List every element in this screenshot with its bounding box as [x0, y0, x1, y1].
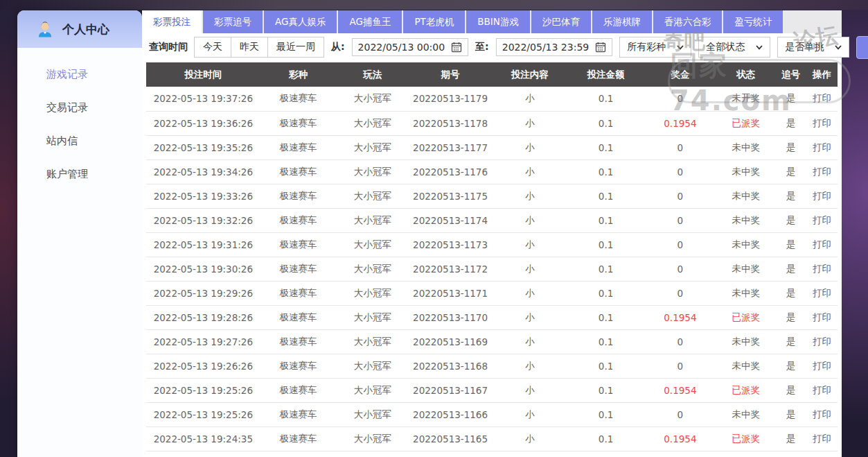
table-row: 2022-05-13 19:32:26 极速赛车 大小冠军 20220513-1…: [146, 208, 838, 232]
print-link[interactable]: 打印: [806, 87, 838, 111]
print-link[interactable]: 打印: [806, 402, 838, 426]
print-link[interactable]: 打印: [806, 159, 838, 184]
tab-label: 香港六合彩: [664, 16, 711, 28]
cell-bet-time: 2022-05-13 19:33:26: [146, 184, 260, 208]
to-date-value: 2022/05/13 23:59: [502, 42, 590, 53]
category-tab[interactable]: BBIN游戏: [466, 10, 530, 33]
category-tab[interactable]: 乐游棋牌: [592, 10, 652, 33]
print-link[interactable]: 打印: [806, 232, 838, 257]
sidebar-header: 个人中心: [17, 10, 142, 48]
cell-amount: 0.1: [568, 208, 644, 232]
print-link[interactable]: 打印: [806, 208, 838, 232]
cell-prize: 0: [644, 184, 716, 208]
print-link[interactable]: 打印: [806, 111, 838, 135]
to-date-input[interactable]: 2022/05/13 23:59: [496, 38, 613, 56]
print-link[interactable]: 打印: [806, 378, 838, 402]
tab-label: 乐游棋牌: [603, 16, 641, 28]
calendar-icon[interactable]: [451, 42, 462, 53]
table-header-cell: 奖金: [644, 62, 716, 87]
cell-amount: 0.1: [568, 305, 644, 329]
cell-chase: 是: [775, 159, 806, 184]
print-link[interactable]: 打印: [806, 257, 838, 281]
table-header-cell: 投注时间: [146, 62, 260, 87]
cell-chase: 是: [775, 87, 806, 111]
cell-bet-time: 2022-05-13 19:25:26: [146, 378, 260, 402]
table-header-cell: 投注金额: [568, 62, 644, 87]
cell-chase: 是: [775, 354, 806, 378]
cell-content: 小: [492, 329, 568, 354]
sidebar-item[interactable]: 游戏记录: [17, 58, 142, 91]
quick-range-button[interactable]: 最近一周: [267, 37, 324, 58]
cell-issue: 20220513-1175: [409, 184, 492, 208]
sidebar-title: 个人中心: [62, 21, 109, 37]
print-link[interactable]: 打印: [806, 305, 838, 329]
cell-status: 未中奖: [716, 281, 775, 305]
table-row: 2022-05-13 19:37:26 极速赛车 大小冠军 20220513-1…: [146, 87, 838, 111]
category-tab[interactable]: 沙巴体育: [531, 10, 591, 33]
cell-bet-time: 2022-05-13 19:25:26: [146, 402, 260, 426]
category-tab[interactable]: 彩票追号: [203, 10, 263, 33]
category-tab[interactable]: 彩票投注: [142, 10, 202, 33]
cell-lottery: 极速赛车: [260, 378, 337, 402]
tab-label: AG捕鱼王: [349, 16, 391, 28]
cell-lottery: 极速赛车: [260, 184, 337, 208]
sidebar-item-label: 游戏记录: [46, 68, 88, 81]
search-button[interactable]: 立即查询: [856, 36, 868, 59]
chevron-down-icon: [756, 45, 763, 50]
cell-content: 小: [492, 208, 568, 232]
cell-issue: 20220513-1176: [409, 159, 492, 184]
tab-label: BBIN游戏: [477, 16, 519, 28]
cell-chase: 是: [775, 426, 806, 451]
table-row: 2022-05-13 19:24:35 极速赛车 大小冠军 20220513-1…: [146, 426, 838, 451]
print-link[interactable]: 打印: [806, 354, 838, 378]
category-tab[interactable]: PT老虎机: [403, 10, 465, 33]
cell-issue: 20220513-1179: [409, 87, 492, 111]
table-row: 2022-05-13 19:26:26 极速赛车 大小冠军 20220513-1…: [146, 354, 838, 378]
table-row: 2022-05-13 19:25:26 极速赛车 大小冠军 20220513-1…: [146, 402, 838, 426]
cell-issue: 20220513-1170: [409, 305, 492, 329]
bet-records-table: 投注时间 彩种 玩法 期号 投注内容 投注金额 奖金 状态: [146, 62, 838, 451]
cell-status: 已派奖: [716, 426, 775, 451]
print-link[interactable]: 打印: [806, 426, 838, 451]
cell-lottery: 极速赛车: [260, 426, 337, 451]
cell-content: 小: [492, 305, 568, 329]
sidebar-item[interactable]: 交易记录: [17, 91, 142, 124]
cell-prize: 0: [644, 354, 716, 378]
sidebar-item[interactable]: 站内信: [17, 124, 142, 157]
filter-select-group: 所有彩种 全部状态: [619, 37, 849, 58]
cell-chase: 是: [775, 208, 806, 232]
category-tab[interactable]: AG捕鱼王: [338, 10, 402, 33]
calendar-icon[interactable]: [595, 42, 606, 53]
quick-range-button[interactable]: 昨天: [231, 37, 268, 58]
print-link[interactable]: 打印: [806, 329, 838, 354]
from-date-input[interactable]: 2022/05/13 00:00: [352, 38, 469, 56]
cell-bet-time: 2022-05-13 19:27:26: [146, 329, 260, 354]
print-link[interactable]: 打印: [806, 135, 838, 159]
sidebar-item[interactable]: 账户管理: [17, 157, 142, 191]
cell-amount: 0.1: [568, 135, 644, 159]
print-link[interactable]: 打印: [806, 184, 838, 208]
filter-select[interactable]: 是否单挑: [777, 37, 849, 58]
cell-status: 未中奖: [716, 329, 775, 354]
cell-content: 小: [492, 87, 568, 111]
tab-label: 盈亏统计: [734, 16, 772, 28]
cell-bet-time: 2022-05-13 19:31:26: [146, 232, 260, 257]
category-tab[interactable]: 香港六合彩: [653, 10, 723, 33]
filter-select[interactable]: 所有彩种: [619, 37, 691, 58]
cell-lottery: 极速赛车: [260, 329, 337, 354]
cell-lottery: 极速赛车: [260, 208, 337, 232]
quick-range-button[interactable]: 今天: [194, 37, 231, 58]
print-link[interactable]: 打印: [806, 281, 838, 305]
from-label: 从:: [331, 41, 345, 53]
quick-range-group: 今天 昨天 最近一周: [195, 37, 324, 58]
category-tab[interactable]: 盈亏统计: [723, 10, 783, 33]
filter-select[interactable]: 全部状态: [698, 37, 770, 58]
cell-status: 未中奖: [716, 208, 775, 232]
cell-prize: 0: [644, 87, 716, 111]
table-header-cell: 期号: [409, 62, 492, 87]
category-tab[interactable]: AG真人娱乐: [264, 10, 337, 33]
cell-lottery: 极速赛车: [260, 305, 337, 329]
table-header-cell: 玩法: [336, 62, 409, 87]
cell-play: 大小冠军: [336, 111, 409, 135]
cell-lottery: 极速赛车: [260, 111, 337, 135]
